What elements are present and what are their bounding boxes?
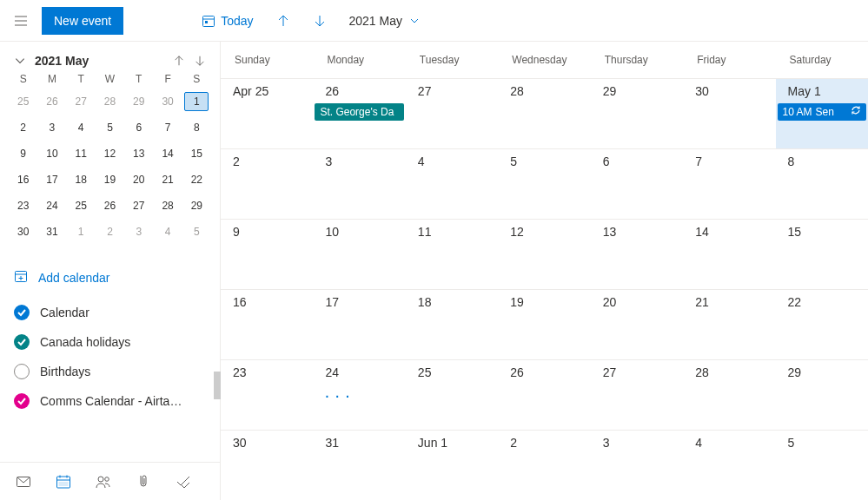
day-cell[interactable]: 28 <box>498 79 590 148</box>
add-calendar-button[interactable]: Add calendar <box>0 260 220 294</box>
mini-day[interactable]: 22 <box>184 170 209 189</box>
mini-day[interactable]: 5 <box>97 118 122 137</box>
mini-day[interactable]: 25 <box>11 92 36 111</box>
mini-day[interactable]: 28 <box>156 196 180 215</box>
mini-day[interactable]: 15 <box>184 144 209 163</box>
day-cell[interactable]: May 110 AMSen <box>776 79 868 148</box>
sidebar-scrollbar[interactable] <box>214 372 221 399</box>
mini-day[interactable]: 30 <box>156 92 180 111</box>
more-events-button[interactable]: . . . <box>325 386 350 400</box>
mini-day[interactable]: 30 <box>11 222 36 241</box>
day-cell[interactable]: 4 <box>406 149 498 219</box>
mini-day[interactable]: 1 <box>184 92 209 111</box>
day-cell[interactable]: 22 <box>776 290 868 359</box>
calendar-list-item[interactable]: Birthdays <box>0 357 220 386</box>
calendar-event[interactable]: 10 AMSen <box>778 103 866 121</box>
mini-day[interactable]: 26 <box>97 196 122 215</box>
calendar-list-item[interactable]: Calendar <box>0 298 220 327</box>
mini-day[interactable]: 2 <box>11 118 36 137</box>
prev-period-button[interactable] <box>268 7 299 35</box>
day-cell[interactable]: 16 <box>221 290 313 359</box>
mini-day[interactable]: 9 <box>11 144 36 163</box>
day-cell[interactable]: 6 <box>591 149 683 219</box>
calendar-event[interactable]: St. George's Da <box>315 103 403 121</box>
day-cell[interactable]: 8 <box>776 149 868 219</box>
mini-day[interactable]: 21 <box>156 170 180 189</box>
mini-day[interactable]: 16 <box>11 170 36 189</box>
calendar-checkbox[interactable] <box>14 334 30 350</box>
calendar-list-item[interactable]: Comms Calendar - Airta… <box>0 386 220 416</box>
mini-day[interactable]: 11 <box>69 144 93 163</box>
mini-collapse-button[interactable] <box>14 55 26 67</box>
day-cell[interactable]: 30 <box>221 431 313 500</box>
day-cell[interactable]: 20 <box>591 290 683 359</box>
mini-day[interactable]: 31 <box>40 222 64 241</box>
day-cell[interactable]: Apr 25 <box>221 79 313 148</box>
mini-day[interactable]: 20 <box>127 170 151 189</box>
mini-day[interactable]: 5 <box>184 222 209 241</box>
day-cell[interactable]: 24. . . <box>313 360 405 430</box>
mini-day[interactable]: 19 <box>97 170 122 189</box>
files-icon[interactable] <box>136 474 151 490</box>
mini-day[interactable]: 29 <box>127 92 151 111</box>
day-cell[interactable]: 9 <box>221 220 313 289</box>
day-cell[interactable]: 3 <box>591 431 683 500</box>
mini-day[interactable]: 4 <box>156 222 180 241</box>
mini-day[interactable]: 3 <box>127 222 151 241</box>
day-cell[interactable]: Jun 1 <box>406 431 498 500</box>
mini-next-button[interactable] <box>194 55 206 67</box>
mini-prev-button[interactable] <box>173 55 185 67</box>
new-event-button[interactable]: New event <box>42 7 123 35</box>
day-cell[interactable]: 14 <box>683 220 775 289</box>
mini-day[interactable]: 28 <box>97 92 122 111</box>
day-cell[interactable]: 19 <box>498 290 590 359</box>
mini-day[interactable]: 10 <box>40 144 64 163</box>
day-cell[interactable]: 18 <box>406 290 498 359</box>
day-cell[interactable]: 30 <box>683 79 775 148</box>
day-cell[interactable]: 26St. George's Da <box>313 79 405 148</box>
mini-day[interactable]: 24 <box>40 196 64 215</box>
mini-day[interactable]: 1 <box>69 222 93 241</box>
day-cell[interactable]: 28 <box>683 360 775 430</box>
mini-day[interactable]: 25 <box>69 196 93 215</box>
calendar-checkbox[interactable] <box>14 393 30 409</box>
day-cell[interactable]: 10 <box>313 220 405 289</box>
day-cell[interactable]: 3 <box>313 149 405 219</box>
hamburger-menu[interactable] <box>0 0 42 42</box>
today-button[interactable]: Today <box>193 7 262 35</box>
day-cell[interactable]: 27 <box>406 79 498 148</box>
day-cell[interactable]: 27 <box>591 360 683 430</box>
mini-day[interactable]: 27 <box>69 92 93 111</box>
calendar-checkbox[interactable] <box>14 364 30 379</box>
day-cell[interactable]: 17 <box>313 290 405 359</box>
calendar-icon[interactable] <box>56 474 71 490</box>
day-cell[interactable]: 21 <box>683 290 775 359</box>
calendar-checkbox[interactable] <box>14 305 30 320</box>
mini-day[interactable]: 17 <box>40 170 64 189</box>
day-cell[interactable]: 25 <box>406 360 498 430</box>
people-icon[interactable] <box>96 474 111 490</box>
day-cell[interactable]: 13 <box>591 220 683 289</box>
day-cell[interactable]: 29 <box>591 79 683 148</box>
day-cell[interactable]: 2 <box>221 149 313 219</box>
day-cell[interactable]: 4 <box>683 431 775 500</box>
day-cell[interactable]: 7 <box>683 149 775 219</box>
next-period-button[interactable] <box>304 7 335 35</box>
calendar-list-item[interactable]: Canada holidays <box>0 327 220 357</box>
mini-day[interactable]: 8 <box>184 118 209 137</box>
mail-icon[interactable] <box>16 474 31 490</box>
mini-day[interactable]: 7 <box>156 118 180 137</box>
mini-day[interactable]: 26 <box>40 92 64 111</box>
mini-day[interactable]: 6 <box>127 118 151 137</box>
mini-day[interactable]: 18 <box>69 170 93 189</box>
day-cell[interactable]: 26 <box>498 360 590 430</box>
mini-day[interactable]: 27 <box>127 196 151 215</box>
mini-day[interactable]: 4 <box>69 118 93 137</box>
day-cell[interactable]: 5 <box>498 149 590 219</box>
month-picker[interactable]: 2021 May <box>341 7 430 35</box>
mini-day[interactable]: 2 <box>97 222 122 241</box>
day-cell[interactable]: 5 <box>776 431 868 500</box>
day-cell[interactable]: 11 <box>406 220 498 289</box>
day-cell[interactable]: 15 <box>776 220 868 289</box>
day-cell[interactable]: 31 <box>313 431 405 500</box>
